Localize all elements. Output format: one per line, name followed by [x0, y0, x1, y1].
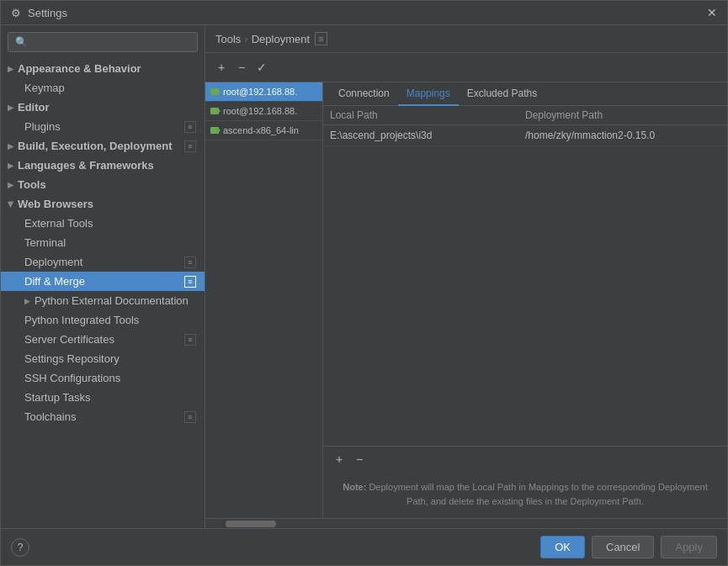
mapping-panel: Connection Mappings Excluded Paths Local… — [323, 82, 727, 518]
chevron-right-icon-6: ▶ — [24, 297, 30, 305]
plugins-badge: ≡ — [184, 121, 196, 133]
tab-bar: Connection Mappings Excluded Paths — [323, 82, 727, 106]
search-icon: 🔍 — [15, 36, 28, 48]
search-box[interactable]: 🔍 — [8, 32, 198, 52]
column-header-local: Local Path — [330, 109, 525, 121]
sidebar-item-python-int-tools[interactable]: Server Certificates ≡ — [1, 330, 205, 349]
deployment-badge: ≡ — [184, 276, 196, 288]
content-area: root@192.168.88. root@192.168.88. ascend… — [205, 82, 727, 518]
add-server-button[interactable]: + — [212, 58, 231, 77]
chevron-down-icon: ▶ — [7, 201, 15, 207]
window-icon: ⚙ — [9, 6, 23, 19]
sidebar-item-editor[interactable]: ▶ Editor — [1, 98, 205, 117]
panel-header: Tools › Deployment ≡ — [205, 25, 727, 53]
sidebar-item-appearance[interactable]: ▶ Appearance & Behavior — [1, 59, 205, 78]
sidebar-item-deployment[interactable]: Diff & Merge ≡ — [1, 272, 205, 291]
server-list: root@192.168.88. root@192.168.88. ascend… — [205, 82, 323, 518]
footer: ? OK Cancel Apply — [1, 528, 727, 565]
terminal-badge: ≡ — [184, 257, 196, 268]
table-header: Local Path Deployment Path — [323, 106, 727, 125]
sidebar-item-terminal[interactable]: Deployment ≡ — [1, 252, 205, 272]
sidebar-item-toolchains[interactable] — [1, 426, 205, 433]
server-item-1[interactable]: root@192.168.88. — [205, 82, 322, 102]
note-area: Note: Deployment will map the Local Path… — [323, 472, 727, 518]
py-badge: ≡ — [184, 334, 196, 346]
title-bar: ⚙ Settings ✕ — [1, 1, 727, 25]
column-header-deploy: Deployment Path — [525, 109, 720, 121]
chevron-right-icon-3: ▶ — [8, 142, 13, 151]
chevron-right-icon-5: ▶ — [8, 181, 13, 189]
remove-server-button[interactable]: − — [232, 58, 251, 77]
breadcrumb-current: Deployment — [252, 33, 310, 45]
tab-mappings[interactable]: Mappings — [398, 82, 459, 106]
sidebar-item-web-browsers[interactable]: External Tools — [1, 214, 205, 233]
sidebar-item-diff-merge[interactable]: ▶ Python External Documentation — [1, 291, 205, 310]
help-button[interactable]: ? — [11, 538, 29, 557]
footer-buttons: OK Cancel Apply — [540, 536, 717, 558]
note-text: Deployment will map the Local Path in Ma… — [369, 482, 707, 507]
sidebar-item-build[interactable]: ▶ Languages & Frameworks — [1, 156, 205, 175]
sidebar-item-ssh-config[interactable]: Startup Tasks — [1, 388, 205, 407]
deployment-toolbar: + − ✓ — [205, 53, 727, 82]
search-input[interactable] — [32, 36, 190, 48]
breadcrumb: Tools › Deployment — [215, 33, 310, 45]
right-panel: Tools › Deployment ≡ + − ✓ root@192.168.… — [205, 25, 727, 528]
server-status-icon-2 — [210, 108, 219, 114]
server-item-2[interactable]: root@192.168.88. — [205, 102, 322, 121]
sidebar-item-python-ext-doc[interactable]: Python Integrated Tools — [1, 310, 205, 330]
chevron-right-icon: ▶ — [8, 65, 13, 73]
server-list-scrollbar[interactable] — [205, 518, 727, 528]
bottom-toolbar: + − — [323, 446, 727, 472]
table-row[interactable]: E:\ascend_projects\i3d /home/zky/mmactio… — [323, 125, 727, 146]
add-mapping-button[interactable]: + — [330, 450, 348, 468]
sidebar-item-settings-repo[interactable]: SSH Configurations — [1, 368, 205, 388]
check-button[interactable]: ✓ — [252, 58, 271, 77]
breadcrumb-separator: › — [244, 33, 247, 45]
main-content: 🔍 ▶ Appearance & Behavior Keymap ▶ Edito… — [1, 25, 727, 528]
chevron-right-icon-2: ▶ — [8, 103, 13, 112]
server-item-3[interactable]: ascend-x86_64-lin — [205, 121, 322, 140]
close-button[interactable]: ✕ — [705, 6, 719, 19]
sidebar-item-version-control[interactable]: ▶ Build, Execution, Deployment ≡ — [1, 136, 205, 156]
sidebar-item-plugins[interactable]: Plugins ≡ — [1, 117, 205, 136]
cancel-button[interactable]: Cancel — [592, 536, 654, 558]
breadcrumb-parent: Tools — [215, 33, 241, 45]
panel-settings-icon: ≡ — [315, 32, 327, 45]
tab-connection[interactable]: Connection — [330, 82, 398, 106]
chevron-right-icon-4: ▶ — [8, 161, 13, 170]
sidebar: 🔍 ▶ Appearance & Behavior Keymap ▶ Edito… — [1, 25, 205, 528]
note-label: Note: — [343, 482, 366, 492]
sidebar-item-languages[interactable]: ▶ Tools — [1, 175, 205, 194]
cell-local-path: E:\ascend_projects\i3d — [330, 130, 525, 141]
server-name-3: ascend-x86_64-lin — [223, 125, 299, 135]
vc-badge: ≡ — [184, 140, 196, 152]
tab-excluded-paths[interactable]: Excluded Paths — [459, 82, 545, 106]
sidebar-item-keymap[interactable]: Keymap — [1, 78, 205, 98]
server-status-icon-3 — [210, 127, 219, 134]
sidebar-item-tools[interactable]: ▶ Web Browsers — [1, 194, 205, 214]
server-name-1: root@192.168.88. — [223, 87, 297, 97]
apply-button[interactable]: Apply — [661, 536, 717, 558]
startup-badge: ≡ — [184, 411, 196, 423]
remove-mapping-button[interactable]: − — [350, 450, 369, 468]
sidebar-item-external-tools[interactable]: Terminal — [1, 233, 205, 252]
sidebar-item-server-certs[interactable]: Settings Repository — [1, 349, 205, 368]
ok-button[interactable]: OK — [540, 536, 585, 558]
cell-deploy-path: /home/zky/mmaction2-0.15.0 — [525, 130, 720, 141]
settings-window: ⚙ Settings ✕ 🔍 ▶ Appearance & Behavior K… — [0, 0, 728, 566]
window-title: Settings — [28, 7, 67, 19]
scrollbar-thumb[interactable] — [226, 521, 276, 527]
server-status-icon-1 — [210, 88, 219, 95]
server-name-2: root@192.168.88. — [223, 106, 297, 116]
sidebar-item-startup-tasks[interactable]: Toolchains ≡ — [1, 407, 205, 426]
mapping-table: Local Path Deployment Path E:\ascend_pro… — [323, 106, 727, 446]
